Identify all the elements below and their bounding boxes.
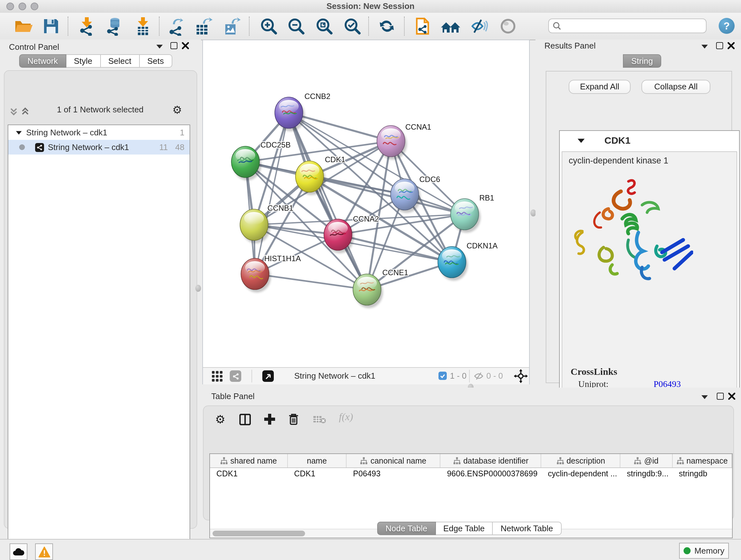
network-node-CDK1[interactable]: CDK1 <box>295 155 345 195</box>
column-header-namespace[interactable]: namespace <box>672 454 732 468</box>
float-panel-icon[interactable] <box>716 42 723 49</box>
column-header--id[interactable]: @id <box>620 454 672 468</box>
tab-edge-table[interactable]: Edge Table <box>435 522 493 535</box>
import-table-button[interactable] <box>132 15 154 37</box>
import-table-icon <box>133 17 152 36</box>
close-window-icon[interactable] <box>6 3 14 10</box>
panel-menu-icon[interactable] <box>701 45 708 49</box>
network-collection-row[interactable]: String Network – cdk1 1 <box>8 125 190 140</box>
zoom-fit-button[interactable] <box>313 15 335 37</box>
network-view-icon[interactable] <box>230 370 241 382</box>
database-icon <box>105 17 124 36</box>
string-home-button[interactable] <box>440 15 461 37</box>
network-view: CCNB2CCNA1CDC25BCDK1CDC6RB1CCNB1CCNA2CDK… <box>202 40 530 384</box>
network-canvas[interactable]: CCNB2CCNA1CDC25BCDK1CDC6RB1CCNB1CCNA2CDK… <box>203 40 529 367</box>
hidden-count: 0 - 0 <box>486 371 503 381</box>
close-panel-icon[interactable] <box>182 42 189 49</box>
collapse-all-button[interactable]: Collapse All <box>642 80 711 94</box>
search-input[interactable] <box>563 21 706 31</box>
tree-expand-icon[interactable] <box>16 131 22 134</box>
column-header-canonical-name[interactable]: canonical name <box>347 454 441 468</box>
cloud-status-button[interactable] <box>10 543 27 560</box>
delete-column-icon[interactable] <box>288 413 299 425</box>
show-columns-icon[interactable] <box>239 414 251 425</box>
close-panel-icon[interactable] <box>728 42 735 49</box>
tab-select[interactable]: Select <box>100 54 139 68</box>
table-cell[interactable]: P06493 <box>347 468 441 480</box>
table-row[interactable]: CDK1CDK1P064939606.ENSP00000378699cyclin… <box>210 468 732 480</box>
column-header-description[interactable]: description <box>542 454 620 468</box>
network-options-gear-icon[interactable]: ⚙ <box>172 104 182 116</box>
import-network-file-button[interactable] <box>76 15 98 37</box>
tab-string[interactable]: String <box>623 54 661 68</box>
tab-node-table[interactable]: Node Table <box>377 522 435 535</box>
table-cell[interactable]: cyclin-dependent ... <box>542 468 620 480</box>
open-session-button[interactable] <box>12 15 34 37</box>
network-edge-HIST1H1A-CCNE1[interactable] <box>255 274 367 290</box>
gene-description: cyclin-dependent kinase 1 <box>569 156 668 165</box>
column-header-name[interactable]: name <box>288 454 347 468</box>
network-node-CDKN1A[interactable]: CDKN1A <box>438 241 497 281</box>
tab-style[interactable]: Style <box>66 54 100 68</box>
zoom-window-icon[interactable] <box>30 3 38 10</box>
network-document-button[interactable] <box>412 15 433 37</box>
tab-network[interactable]: Network <box>19 54 66 68</box>
minimize-window-icon[interactable] <box>18 3 26 10</box>
expand-all-button[interactable]: Expand All <box>569 80 630 94</box>
expand-all-icon[interactable] <box>21 107 29 116</box>
network-row-selected[interactable]: String Network – cdk1 11 48 <box>8 140 190 154</box>
collapse-all-icon[interactable] <box>10 107 18 116</box>
scrollbar-thumb[interactable] <box>212 531 305 537</box>
network-edge-CCNB2-HIST1H1A[interactable] <box>255 113 289 274</box>
column-label: name <box>307 456 327 465</box>
export-table-icon <box>194 17 213 36</box>
zoom-out-button[interactable] <box>285 15 307 37</box>
save-session-button[interactable] <box>40 15 62 37</box>
zoom-selected-button[interactable] <box>341 15 363 37</box>
export-image-button[interactable] <box>221 15 243 37</box>
table-cell[interactable]: 9606.ENSP00000378699 <box>441 468 542 480</box>
search-icon <box>553 22 561 30</box>
memory-button[interactable]: Memory <box>679 543 729 559</box>
hide-show-graphics-button[interactable] <box>468 15 489 37</box>
fit-crosshair-icon[interactable] <box>514 369 528 383</box>
tab-network-table[interactable]: Network Table <box>493 522 561 535</box>
export-table-button[interactable] <box>193 15 214 37</box>
collapse-entry-icon[interactable] <box>578 138 585 143</box>
network-edge-CCNB2-CCNE1[interactable] <box>289 113 367 290</box>
table-cell[interactable]: stringdb <box>672 468 732 480</box>
control-panel: Control Panel Network Style Select Sets … <box>0 40 201 539</box>
export-network-button[interactable] <box>165 15 187 37</box>
network-node-HIST1H1A[interactable]: HIST1H1A <box>241 254 301 293</box>
table-cell[interactable]: CDK1 <box>288 468 347 480</box>
node-label-CDK1: CDK1 <box>325 155 345 164</box>
table-cell[interactable]: CDK1 <box>210 468 288 480</box>
search-field[interactable] <box>548 18 706 33</box>
selected-checkbox-icon[interactable] <box>439 372 447 380</box>
float-panel-icon[interactable] <box>717 393 724 400</box>
column-header-shared-name[interactable]: shared name <box>210 454 288 468</box>
column-header-database-identifier[interactable]: database identifier <box>441 454 542 468</box>
float-panel-icon[interactable] <box>171 42 178 49</box>
table-cell[interactable]: stringdb:9... <box>620 468 672 480</box>
export-image-icon <box>222 17 241 36</box>
add-column-icon[interactable] <box>264 413 276 425</box>
birds-eye-view-icon[interactable] <box>262 370 274 382</box>
help-button[interactable]: ? <box>719 18 735 34</box>
panel-menu-icon[interactable] <box>701 395 708 399</box>
panel-menu-icon[interactable] <box>156 45 163 49</box>
network-label: String Network – cdk1 <box>48 142 129 152</box>
table-settings-gear-icon[interactable]: ⚙ <box>215 413 225 426</box>
warning-status-button[interactable] <box>35 543 53 560</box>
apply-layout-button[interactable] <box>376 15 398 37</box>
network-node-CCNE1[interactable]: CCNE1 <box>353 268 408 308</box>
left-splitter-handle[interactable] <box>195 285 201 292</box>
node-label-CDKN1A: CDKN1A <box>467 241 497 250</box>
preview-eye-button[interactable] <box>497 15 519 37</box>
network-node-RB1[interactable]: RB1 <box>451 193 494 233</box>
import-network-database-button[interactable] <box>104 15 125 37</box>
grid-view-icon[interactable] <box>212 371 223 382</box>
zoom-in-button[interactable] <box>258 15 280 37</box>
close-panel-icon[interactable] <box>728 393 735 400</box>
tab-sets[interactable]: Sets <box>139 54 172 68</box>
